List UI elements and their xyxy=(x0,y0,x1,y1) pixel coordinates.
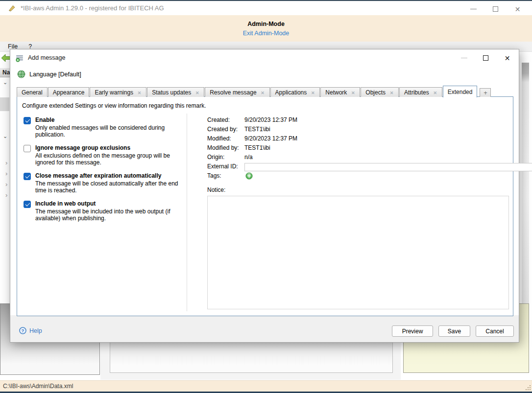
svg-text:?: ? xyxy=(22,328,24,333)
notice-textarea[interactable] xyxy=(207,196,509,309)
tree-expander-icon[interactable] xyxy=(3,133,7,139)
add-tag-button[interactable] xyxy=(245,172,253,180)
app-title: *IBI-aws Admin 1.29.0 - registered for I… xyxy=(21,4,164,12)
tree-selected-row[interactable] xyxy=(0,97,9,111)
tree-collapse-icon[interactable] xyxy=(5,159,7,166)
app-titlebar: *IBI-aws Admin 1.29.0 - registered for I… xyxy=(0,0,532,15)
tab-close-icon[interactable] xyxy=(351,89,355,96)
checkbox-description: The message will be closed automatically… xyxy=(35,181,185,194)
extended-tab-panel: Configure extended Settings or view info… xyxy=(17,96,513,316)
dialog-maximize-icon[interactable] xyxy=(478,52,493,65)
tab-close-icon[interactable] xyxy=(389,89,394,96)
origin-label: Origin: xyxy=(207,154,244,163)
dialog-tab[interactable]: Status updates xyxy=(147,87,204,97)
origin-value: n/a xyxy=(244,154,532,163)
tree-collapse-icon[interactable] xyxy=(5,191,7,199)
tab-close-icon[interactable] xyxy=(433,89,437,96)
tab-label: Resolve message xyxy=(210,89,256,96)
checkbox-label: Close message after expiration automatic… xyxy=(35,172,185,179)
tab-strip: General Appearance Early warnings Status… xyxy=(17,85,512,97)
main-window-controls xyxy=(466,2,525,16)
dialog-close-icon[interactable] xyxy=(500,52,515,65)
checkbox[interactable] xyxy=(24,117,31,124)
tab-label: Network xyxy=(325,89,347,96)
dialog-tab[interactable]: Applications xyxy=(270,87,320,97)
tags-label: Tags: xyxy=(207,172,244,182)
background-scrollbar[interactable] xyxy=(522,63,529,330)
tab-label: Extended xyxy=(448,89,473,95)
dialog-tab[interactable]: Attributes xyxy=(399,87,442,97)
minimize-icon[interactable] xyxy=(466,3,481,16)
close-icon[interactable] xyxy=(510,3,525,16)
checkbox[interactable] xyxy=(24,145,31,152)
checkbox-row: Ignore message group exclusions All excl… xyxy=(24,144,193,166)
globe-icon xyxy=(17,70,25,78)
preview-button[interactable]: Preview xyxy=(392,325,433,337)
checkbox-description: Only enabled messages will be considered… xyxy=(35,125,185,138)
checkbox-label: Ignore message group exclusions xyxy=(35,144,185,151)
tab-close-icon[interactable] xyxy=(195,89,199,96)
language-label: Language [Default] xyxy=(29,71,81,78)
add-tab-button[interactable] xyxy=(480,88,491,97)
maximize-icon[interactable] xyxy=(488,3,503,16)
panel-description: Configure extended Settings or view info… xyxy=(22,102,206,109)
question-circle-icon: ? xyxy=(19,327,26,334)
save-button[interactable]: Save xyxy=(438,325,470,337)
help-link[interactable]: ? Help xyxy=(19,327,42,334)
tab-label: Appearance xyxy=(53,89,85,96)
tab-label: Objects xyxy=(365,89,386,96)
tab-close-icon[interactable] xyxy=(261,89,265,96)
tab-close-icon[interactable] xyxy=(311,89,315,96)
checkbox-row: Enable Only enabled messages will be con… xyxy=(24,116,193,138)
dialog-footer: ? Help Preview Save Cancel xyxy=(10,315,519,342)
tab-label: Status updates xyxy=(152,89,191,96)
checkbox-row: Include in web output The message will b… xyxy=(24,200,193,222)
tabs: General Appearance Early warnings Status… xyxy=(17,86,478,97)
dialog-titlebar: Add message xyxy=(10,49,519,66)
tree-column-header[interactable]: Na xyxy=(0,68,10,77)
dialog-minimize-icon[interactable] xyxy=(457,52,472,65)
modified-value: 9/20/2023 12:37 PM xyxy=(244,135,532,144)
dialog-tab[interactable]: General xyxy=(17,87,48,97)
help-label: Help xyxy=(29,327,42,334)
checkbox[interactable] xyxy=(24,201,31,208)
checkbox-description: The message will be included into the we… xyxy=(35,208,185,222)
language-selector[interactable]: Language [Default] xyxy=(17,70,519,78)
tree-expander-icon[interactable] xyxy=(3,79,7,86)
tree-collapse-icon[interactable] xyxy=(5,181,7,188)
tab-label: Attributes xyxy=(404,89,429,96)
dialog-tab[interactable]: Appearance xyxy=(48,87,90,97)
cancel-button[interactable]: Cancel xyxy=(476,325,514,337)
created-by-label: Created by: xyxy=(207,126,244,135)
admin-mode-title: Admin-Mode xyxy=(0,15,532,27)
dialog-tab[interactable]: Early warnings xyxy=(90,87,146,97)
modified-label: Modified: xyxy=(207,135,244,144)
tree-collapse-icon[interactable] xyxy=(5,170,7,177)
modified-by-label: Modified by: xyxy=(207,144,244,154)
button-row: Preview Save Cancel xyxy=(392,325,514,337)
dialog-tab[interactable]: Network xyxy=(320,87,360,97)
created-by-value: TEST1\ibi xyxy=(244,126,532,135)
exit-admin-mode-link[interactable]: Exit Admin-Mode xyxy=(243,30,289,37)
add-message-dialog: Add message Language [Default] General A… xyxy=(10,49,519,343)
info-column: Created: 9/20/2023 12:37 PM Created by: … xyxy=(207,116,509,311)
column-divider xyxy=(187,114,187,311)
tab-label: General xyxy=(22,89,43,96)
external-id-input[interactable] xyxy=(244,163,532,171)
dialog-tab[interactable]: Resolve message xyxy=(205,87,269,97)
settings-column: Enable Only enabled messages will be con… xyxy=(24,116,193,228)
back-arrow-icon[interactable] xyxy=(1,54,11,62)
dialog-tab[interactable]: Objects xyxy=(361,87,399,97)
status-bar-path: C:\IBI-aws\Admin\Data.xml xyxy=(3,383,73,390)
tab-close-icon[interactable] xyxy=(137,89,142,96)
created-label: Created: xyxy=(207,116,244,126)
resize-grip[interactable] xyxy=(526,385,531,390)
checkbox[interactable] xyxy=(24,173,31,180)
info-grid: Created: 9/20/2023 12:37 PM Created by: … xyxy=(207,116,509,182)
app-pen-icon xyxy=(8,4,16,12)
dialog-tab[interactable]: Extended xyxy=(443,86,478,97)
created-value: 9/20/2023 12:37 PM xyxy=(244,116,532,126)
dialog-window-controls xyxy=(457,51,515,65)
notice-label: Notice: xyxy=(207,186,509,193)
tab-label: Applications xyxy=(275,89,307,96)
